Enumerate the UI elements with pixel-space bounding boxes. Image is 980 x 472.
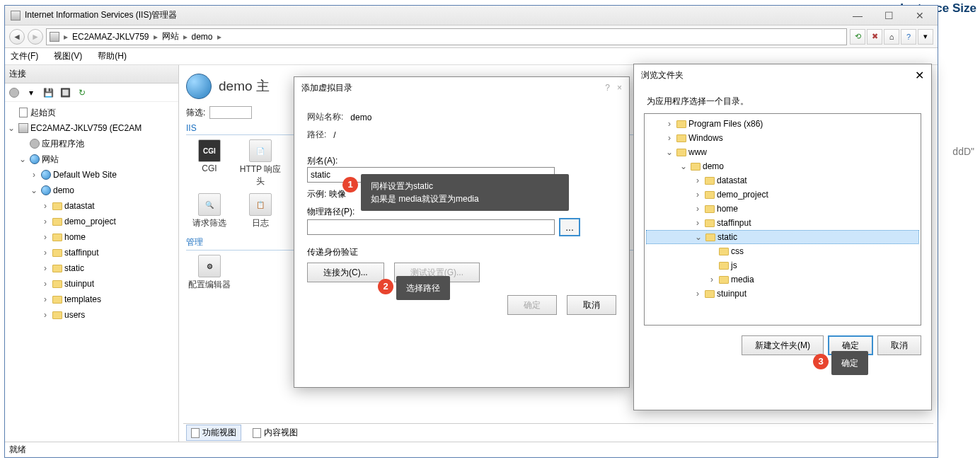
browse-button[interactable]: ... [559, 218, 580, 236]
folder-child[interactable]: staffinput [717, 218, 751, 228]
site-icon [186, 74, 212, 99]
dlg2-instruction: 为应用程序选择一个目录。 [634, 86, 931, 113]
close-button[interactable]: ✕ [905, 8, 935, 23]
home-icon[interactable]: 🔲 [59, 86, 71, 99]
tool-stop[interactable]: ✖ [867, 29, 882, 45]
feature-cgi[interactable]: CGICGI [186, 139, 233, 188]
tree-demo[interactable]: demo [53, 185, 74, 195]
folder-child[interactable]: demo_project [717, 190, 768, 200]
dlg2-cancel-button[interactable]: 取消 [877, 335, 921, 355]
dlg1-ok-button: 确定 [507, 295, 557, 315]
view-tabs: 功能视图 内容视图 [183, 423, 933, 442]
folder-tree[interactable]: ›Program Files (x86) ›Windows ⌄www ⌄demo… [644, 113, 921, 326]
refresh-icon[interactable]: ↻ [76, 86, 88, 99]
menu-view[interactable]: 视图(V) [51, 49, 85, 64]
dlg2-close-icon[interactable]: ✕ [915, 69, 924, 82]
feature-http-headers[interactable]: 📄HTTP 响应头 [237, 139, 284, 188]
new-folder-button[interactable]: 新建文件夹(M) [742, 335, 824, 355]
dlg2-title: 浏览文件夹 [641, 69, 915, 81]
tree-sites[interactable]: 网站 [42, 154, 59, 166]
filter-label: 筛选: [186, 107, 205, 119]
path-label: 路径: [307, 129, 326, 141]
tree-child[interactable]: datastat [64, 201, 95, 211]
tree-default-site[interactable]: Default Web Site [53, 170, 117, 180]
folder-www[interactable]: www [688, 147, 707, 157]
tree-child[interactable]: staffinput [64, 248, 98, 258]
tree-app-pools[interactable]: 应用程序池 [42, 138, 84, 150]
breadcrumb-server[interactable]: EC2AMAZ-JKLV759 [72, 32, 149, 42]
breadcrumb-bar: ◄ ► ▸ EC2AMAZ-JKLV759 ▸ 网站 ▸ demo ▸ ⟲ ✖ … [5, 25, 938, 48]
tree-child[interactable]: stuinput [64, 279, 94, 289]
connections-toolbar: ▾ 💾 🔲 ↻ [5, 84, 178, 102]
tool-help[interactable]: ? [901, 29, 916, 45]
connections-tree: 起始页 ⌄EC2AMAZ-JKLV759 (EC2AM 应用程序池 ⌄网站 ›D… [5, 102, 178, 442]
maximize-button[interactable]: ☐ [874, 8, 904, 23]
folder-static-child[interactable]: css [731, 246, 744, 256]
feature-logging[interactable]: 📋日志 [237, 193, 284, 229]
folder-pf[interactable]: Program Files (x86) [688, 119, 763, 129]
breadcrumb[interactable]: ▸ EC2AMAZ-JKLV759 ▸ 网站 ▸ demo ▸ [46, 28, 847, 45]
tool-refresh[interactable]: ⟲ [850, 29, 865, 45]
tree-server[interactable]: EC2AMAZ-JKLV759 (EC2AM [30, 123, 142, 133]
folder-demo[interactable]: demo [703, 161, 724, 171]
annotation-2: 2 选择路径 [396, 276, 450, 300]
tool-home[interactable]: ⌂ [884, 29, 899, 45]
save-icon[interactable]: 💾 [42, 86, 54, 99]
badge-1: 1 [342, 177, 358, 192]
breadcrumb-demo[interactable]: demo [192, 32, 213, 42]
annotation-3: 3 确定 [831, 351, 868, 375]
menu-file[interactable]: 文件(F) [8, 49, 41, 64]
dlg1-help-icon[interactable]: ? [605, 83, 610, 93]
physical-path-input[interactable] [307, 219, 555, 235]
feature-config-editor[interactable]: ⚙配置编辑器 [186, 255, 233, 291]
window-title: Internet Information Services (IIS)管理器 [25, 9, 841, 21]
menu-help[interactable]: 帮助(H) [95, 49, 129, 64]
tree-child[interactable]: templates [64, 294, 101, 304]
server-icon [50, 32, 59, 42]
feature-request-filter[interactable]: 🔍请求筛选 [186, 193, 233, 229]
folder-windows[interactable]: Windows [688, 133, 723, 143]
minimize-button[interactable]: — [843, 8, 872, 23]
tool-dropdown[interactable]: ▾ [918, 29, 933, 45]
connect-as-button[interactable]: 连接为(C)... [307, 263, 384, 282]
tab-feature-view[interactable]: 功能视图 [186, 425, 241, 441]
folder-static[interactable]: static [717, 232, 737, 242]
tree-child[interactable]: home [64, 232, 86, 242]
status-text: 就绪 [9, 444, 26, 456]
site-name-label: 网站名称: [307, 111, 343, 123]
dlg1-cancel-button[interactable]: 取消 [567, 295, 616, 315]
connections-header: 连接 [5, 65, 178, 84]
folder-static-child[interactable]: js [731, 260, 737, 270]
annotation-1: 1 同样设置为static 如果是 media就设置为media [361, 174, 569, 211]
app-icon [11, 11, 21, 21]
add-virtual-directory-dialog: 添加虚拟目录 ? × 网站名称:demo 路径:/ 别名(A): 示例: 映像 … [294, 76, 630, 388]
tree-child[interactable]: demo_project [64, 217, 116, 226]
browse-folder-dialog: 浏览文件夹 ✕ 为应用程序选择一个目录。 ›Program Files (x86… [633, 64, 932, 410]
tree-start-page[interactable]: 起始页 [30, 107, 56, 119]
example-label: 示例: 映像 [307, 189, 346, 199]
alias-label: 别名(A): [307, 156, 338, 166]
badge-3: 3 [813, 354, 829, 369]
tree-child[interactable]: users [64, 310, 85, 320]
page-title: demo 主 [219, 77, 270, 96]
connections-panel: 连接 ▾ 💾 🔲 ↻ 起始页 ⌄EC2AMAZ-JKLV759 (EC2AM 应… [5, 65, 179, 442]
tab-content-view[interactable]: 内容视图 [248, 425, 302, 440]
dlg1-close-icon[interactable]: × [617, 83, 622, 93]
folder-child[interactable]: home [717, 204, 738, 214]
nav-forward-button[interactable]: ► [28, 29, 43, 45]
menubar: 文件(F) 视图(V) 帮助(H) [5, 48, 938, 65]
auth-label: 传递身份验证 [307, 247, 358, 257]
folder-static-child[interactable]: media [731, 275, 754, 284]
nav-back-button[interactable]: ◄ [9, 29, 25, 45]
tree-child[interactable]: static [64, 263, 84, 273]
filter-input[interactable] [209, 106, 252, 119]
titlebar: Internet Information Services (IIS)管理器 —… [5, 6, 938, 25]
breadcrumb-sites[interactable]: 网站 [162, 30, 179, 42]
physical-path-label: 物理路径(P): [307, 207, 354, 217]
badge-2: 2 [378, 279, 393, 294]
bg-ddd: ddD" [952, 146, 974, 157]
dlg1-title: 添加虚拟目录 [301, 82, 605, 94]
folder-child[interactable]: datastat [717, 175, 747, 185]
connect-icon[interactable] [8, 86, 21, 99]
folder-stuinput[interactable]: stuinput [717, 289, 746, 299]
